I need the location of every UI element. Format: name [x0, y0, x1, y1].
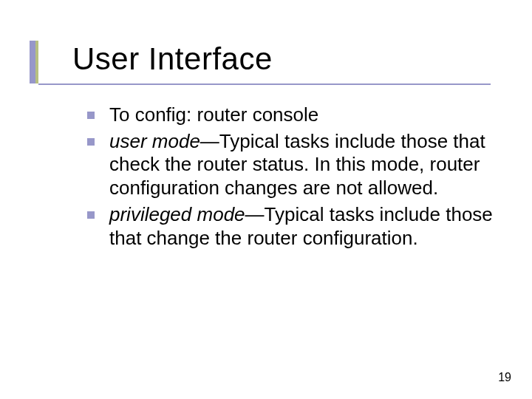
square-bullet-icon	[87, 211, 95, 219]
page-number: 19	[498, 371, 511, 384]
bullet-item: privileged mode—Typical tasks include th…	[87, 203, 501, 250]
title-underline	[38, 83, 491, 85]
bullet-text: To config: router console	[109, 103, 318, 126]
slide-title: User Interface	[72, 41, 273, 77]
square-bullet-icon	[87, 138, 95, 146]
bullet-item: user mode—Typical tasks include those th…	[87, 130, 501, 200]
bullet-prefix: privileged mode	[109, 203, 245, 225]
square-bullet-icon	[87, 112, 95, 119]
accent-bar	[30, 41, 35, 83]
bullet-item: To config: router console	[87, 103, 501, 127]
slide: User Interface To config: router console…	[0, 0, 532, 399]
bullet-prefix: user mode	[109, 130, 200, 152]
accent-bar-inner	[35, 41, 38, 83]
slide-body: To config: router console user mode—Typi…	[87, 103, 501, 253]
